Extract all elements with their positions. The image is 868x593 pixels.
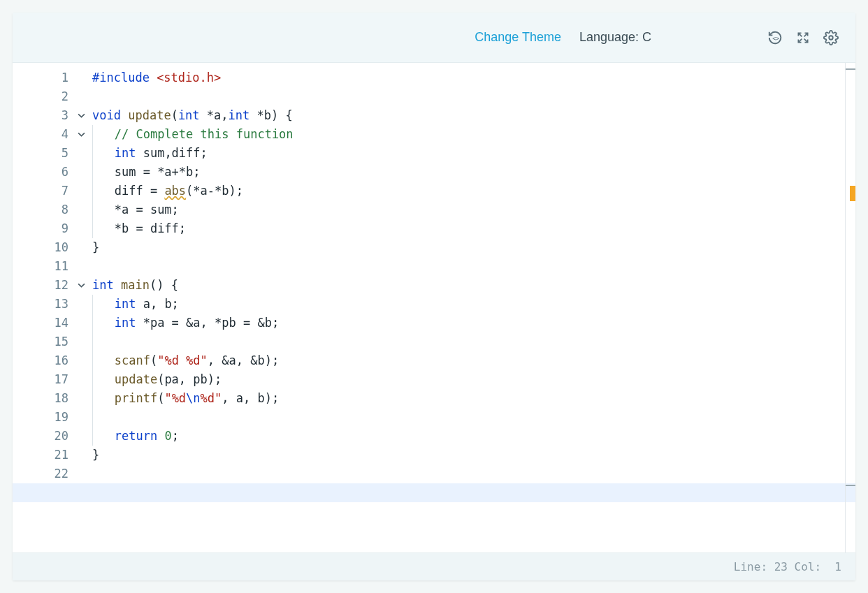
change-theme-link[interactable]: Change Theme [475,30,561,45]
code-line[interactable]: printf("%d\n%d", a, b); [92,389,855,408]
status-line-label: Line: [734,560,767,573]
code-line[interactable]: *b = diff; [92,219,855,238]
code-line[interactable]: #include <stdio.h> [92,68,855,87]
line-number: 4 [13,125,74,144]
code-line[interactable] [92,87,855,106]
language-value: C [642,30,651,44]
reset-icon[interactable]: <> [767,30,783,45]
code-line[interactable] [92,332,855,351]
code-line[interactable]: update(pa, pb); [92,370,855,389]
line-number: 16 [13,351,74,370]
line-number: 11 [13,257,74,276]
language-prefix: Language: [579,30,642,44]
code-line[interactable]: diff = abs(*a-*b); [92,182,855,200]
line-number: 10 [13,238,74,257]
code-line[interactable]: } [92,446,855,464]
code-line[interactable]: int main() { [92,276,855,295]
line-number: 15 [13,332,74,351]
line-number: 19 [13,408,74,427]
minimap-warning-marker[interactable] [850,186,855,201]
code-line[interactable]: int *pa = &a, *pb = &b; [92,314,855,332]
code-line[interactable]: int a, b; [92,295,855,314]
svg-text:<>: <> [772,34,779,41]
line-number: 12 [13,276,74,295]
line-number: 1 [13,68,74,87]
line-number: 2 [13,87,74,106]
code-line[interactable]: void update(int *a,int *b) { [92,106,855,125]
line-number: 5 [13,144,74,163]
scroll-tick-top [846,68,855,70]
line-number: 17 [13,370,74,389]
scroll-edge [845,63,846,552]
status-col-label: Col: [795,560,822,573]
code-line[interactable] [13,483,855,502]
code-line[interactable]: return 0; [92,427,855,446]
svg-point-5 [829,36,833,40]
code-line[interactable]: int sum,diff; [92,144,855,163]
line-number: 21 [13,446,74,464]
line-number: 7 [13,182,74,200]
line-number: 9 [13,219,74,238]
fullscreen-icon[interactable] [795,30,811,45]
line-number: 13 [13,295,74,314]
line-number: 8 [13,200,74,219]
code-line[interactable] [92,257,855,276]
gear-icon[interactable] [823,30,839,45]
line-number: 22 [13,464,74,483]
code-line[interactable]: scanf("%d %d", &a, &b); [92,351,855,370]
status-line-value: 23 [774,560,788,573]
line-number: 18 [13,389,74,408]
code-line[interactable]: sum = *a+*b; [92,163,855,182]
editor-container: Change Theme Language: C <> [13,13,855,580]
statusbar: Line: 23 Col: 1 [13,552,855,580]
toolbar: Change Theme Language: C <> [13,13,855,63]
toolbar-icons: <> [767,30,839,45]
language-selector[interactable]: Language: C [579,30,651,45]
line-number: 14 [13,314,74,332]
scroll-tick-active [846,485,855,486]
code-line[interactable]: *a = sum; [92,200,855,219]
line-number: 6 [13,163,74,182]
line-number: 20 [13,427,74,446]
code-line[interactable]: // Complete this function [92,125,855,144]
code-line[interactable]: } [92,238,855,257]
code-line[interactable] [92,464,855,483]
line-number: 3 [13,106,74,125]
code-area[interactable]: #include <stdio.h>void update(int *a,int… [74,63,855,552]
gutter: 1234567891011121314151617181920212223 [13,63,74,552]
editor-body[interactable]: 1234567891011121314151617181920212223 #i… [13,63,855,552]
code-line[interactable] [92,408,855,427]
status-col-value: 1 [834,560,841,573]
